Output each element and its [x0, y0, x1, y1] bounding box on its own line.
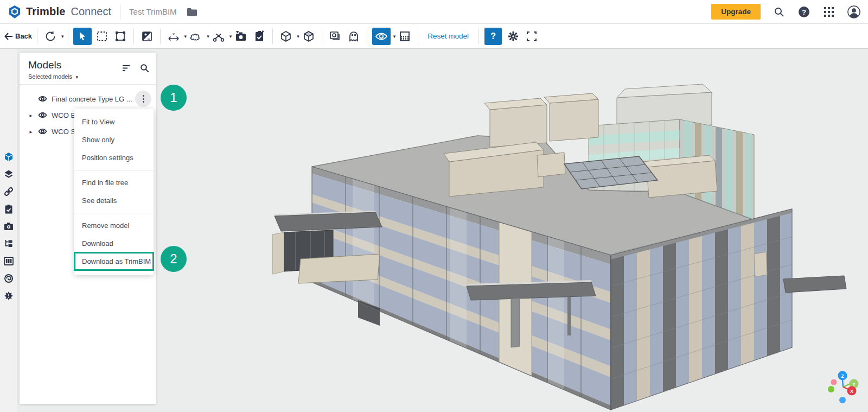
axis-neg-x-ball[interactable]	[831, 379, 837, 385]
step-badge-1: 1	[161, 85, 187, 111]
toolbar-divider	[68, 29, 68, 44]
cube-view-tool-icon[interactable]	[278, 28, 294, 45]
reset-model-link[interactable]: Reset model	[427, 32, 469, 40]
toolbar-help-button[interactable]: ?	[484, 28, 502, 45]
settings-gear-icon[interactable]	[505, 28, 521, 45]
link-icon[interactable]	[0, 183, 17, 200]
camera-icon[interactable]	[0, 218, 17, 235]
orbit-dropdown-caret[interactable]: ▾	[61, 34, 64, 39]
left-icon-strip	[0, 49, 17, 412]
axis-neg-z-ball[interactable]	[839, 397, 846, 403]
polygon-select-tool-icon[interactable]	[112, 28, 129, 45]
menu-item-position-settings[interactable]: Position settings	[74, 149, 154, 167]
menu-item-see-details[interactable]: See details	[74, 192, 154, 210]
app-header: TrimbleConnect Test TrimBIM Upgrade ?	[0, 0, 868, 24]
file-tree-icon[interactable]	[0, 235, 17, 252]
orbit-tool-icon[interactable]	[42, 28, 59, 45]
trimble-logo-icon	[8, 5, 22, 19]
toolbar-divider	[37, 29, 37, 44]
markup-dropdown-caret[interactable]: ▾	[207, 34, 209, 39]
back-arrow-icon	[4, 33, 13, 40]
expand-caret-icon[interactable]: ▸	[27, 129, 35, 135]
visibility-eye-icon[interactable]	[38, 111, 47, 119]
axis-neg-y-ball[interactable]	[828, 386, 834, 392]
clipboard-check-tool-icon[interactable]	[251, 28, 267, 45]
fullscreen-icon[interactable]	[524, 28, 540, 45]
selected-models-caret: ▾	[75, 74, 78, 80]
layers-icon[interactable]	[0, 166, 17, 183]
select-cursor-tool-icon[interactable]	[73, 28, 92, 45]
visibility-eye-icon[interactable]	[38, 128, 47, 135]
ghost-mode-tool-icon[interactable]	[346, 28, 362, 45]
selected-models-label: Selected models	[28, 73, 72, 80]
model-name: WCO S	[52, 128, 75, 136]
hatch-grid-tool-icon[interactable]	[397, 28, 413, 45]
back-label: Back	[15, 32, 32, 40]
apps-grid-icon[interactable]	[822, 5, 835, 18]
account-icon[interactable]	[847, 5, 860, 18]
svg-text:x: x	[173, 31, 175, 36]
sort-icon[interactable]	[122, 64, 131, 75]
menu-item-download-as-trimbim[interactable]: Download as TrimBIM	[74, 252, 154, 270]
toolbar-divider	[272, 29, 273, 44]
measure-dropdown-caret[interactable]: ▾	[184, 34, 187, 39]
model-options-kebab[interactable]	[135, 91, 151, 107]
toolbar-divider	[478, 29, 478, 44]
model-name: Final concrete Type LG ...	[52, 95, 132, 103]
expand-caret-icon[interactable]: ▸	[27, 112, 35, 118]
menu-divider	[74, 170, 154, 170]
views-tool-icon[interactable]	[327, 28, 343, 45]
back-button[interactable]: Back	[4, 32, 32, 40]
viewer-toolbar: Back ▾ x ▾ ▾ ▾ ▾	[0, 24, 868, 49]
visibility-eye-tool-icon[interactable]	[372, 28, 391, 45]
model-context-menu: Fit to View Show only Position settings …	[74, 109, 154, 275]
menu-item-download[interactable]: Download	[74, 234, 154, 252]
markup-cloud-tool-icon[interactable]	[188, 28, 204, 45]
upgrade-button[interactable]: Upgrade	[711, 4, 761, 20]
model-row[interactable]: ▸ Final concrete Type LG ...	[20, 91, 156, 107]
menu-item-remove-model[interactable]: Remove model	[74, 217, 154, 234]
organizer-columns-icon[interactable]	[0, 252, 17, 270]
axis-z-label: Z	[841, 373, 844, 379]
toolbar-divider	[418, 29, 418, 44]
panel-search-icon[interactable]	[140, 64, 149, 75]
model-name: WCO B	[52, 111, 75, 119]
brand: TrimbleConnect	[8, 5, 111, 19]
measure-tool-icon[interactable]: x	[165, 28, 182, 45]
marquee-select-tool-icon[interactable]	[94, 28, 110, 45]
svg-text:?: ?	[802, 8, 806, 16]
toolbar-divider	[133, 29, 134, 44]
visibility-eye-icon[interactable]	[38, 95, 47, 103]
brand-name-light: Connect	[71, 5, 112, 18]
shaded-box-tool-icon[interactable]	[301, 28, 317, 45]
visibility-dropdown-caret[interactable]: ▾	[393, 34, 396, 39]
toolbar-divider	[160, 29, 161, 44]
todo-clipboard-icon[interactable]	[0, 200, 17, 218]
axis-y-label: Y	[852, 382, 856, 387]
help-icon[interactable]: ?	[797, 5, 810, 18]
section-dropdown-caret[interactable]: ▾	[229, 34, 232, 39]
issues-burst-icon[interactable]	[0, 287, 17, 305]
folder-icon[interactable]	[186, 5, 199, 18]
snapshot-camera-tool-icon[interactable]	[233, 28, 249, 45]
section-cut-tool-icon[interactable]	[210, 28, 227, 45]
toolbar-divider	[367, 29, 367, 44]
brand-name-bold: Trimble	[26, 5, 66, 18]
menu-item-find-in-file-tree[interactable]: Find in file tree	[74, 174, 154, 192]
models-cube-icon[interactable]	[0, 148, 17, 166]
toolbar-divider	[322, 29, 322, 44]
menu-item-fit-to-view[interactable]: Fit to View	[74, 113, 154, 131]
menu-divider	[74, 213, 154, 213]
contrast-tool-icon[interactable]	[139, 28, 155, 45]
trimble-swirl-icon[interactable]	[0, 270, 17, 287]
project-name: Test TrimBIM	[129, 7, 177, 16]
axis-gizmo[interactable]: Y Z X	[828, 371, 859, 404]
header-divider	[120, 5, 120, 19]
menu-item-show-only[interactable]: Show only	[74, 131, 154, 149]
search-icon[interactable]	[773, 5, 786, 18]
step-badge-2: 2	[161, 246, 187, 272]
axis-x-label: X	[850, 389, 853, 394]
cube-dropdown-caret[interactable]: ▾	[297, 34, 299, 39]
